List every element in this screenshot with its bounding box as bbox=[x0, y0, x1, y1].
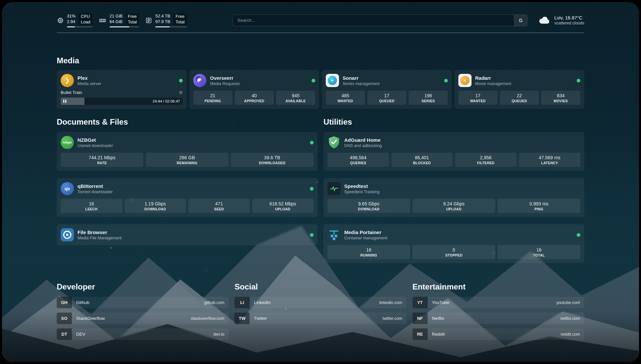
bookmark-dev[interactable]: DT DEV dev.to bbox=[57, 328, 229, 340]
status-dot bbox=[310, 187, 314, 191]
bookmark-abbr: TW bbox=[234, 313, 250, 324]
bookmark-name: YouTube bbox=[432, 300, 449, 305]
stat-blocked: 86,401 BLOCKED bbox=[391, 153, 453, 167]
service-description: Container management bbox=[344, 236, 387, 240]
cpu-load-value: 2.94 bbox=[67, 19, 76, 24]
bookmark-abbr: LI bbox=[234, 297, 250, 308]
bookmark-twitter[interactable]: TW Twitter twitter.com bbox=[234, 313, 406, 324]
service-card-overseerr[interactable]: Overseerr Media Requests 21 PENDING 40 A… bbox=[189, 70, 319, 109]
section-title-developer: Developer bbox=[57, 282, 229, 291]
section-title-utilities: Utilities bbox=[323, 117, 584, 127]
adguard-icon bbox=[327, 136, 341, 149]
bookmark-linkedin[interactable]: LI LinkedIn linkedin.com bbox=[234, 297, 406, 308]
dashboard-screen: 31% 2.94 CPU Load bbox=[2, 2, 639, 362]
bookmark-url: stackoverflow.com bbox=[191, 316, 224, 321]
bookmark-url: linkedin.com bbox=[379, 300, 402, 305]
top-bar: 31% 2.94 CPU Load bbox=[57, 2, 584, 27]
stat-upload: 618.52 Mbps UPLOAD bbox=[252, 199, 314, 213]
bookmark-name: Reddit bbox=[432, 332, 445, 337]
portainer-icon bbox=[327, 228, 341, 241]
bookmark-abbr: DT bbox=[57, 328, 72, 340]
stat-latency: 47.569 ms LATENCY bbox=[519, 153, 581, 167]
service-card-nzbget[interactable]: nzbget NZBGet Usenet downloader 744.21 M… bbox=[57, 132, 318, 171]
memory-usage-bar bbox=[109, 26, 139, 27]
bookmark-url: netflix.com bbox=[560, 316, 580, 321]
stat-seed: 471 SEED bbox=[188, 199, 250, 213]
service-description: Torrent downloader bbox=[77, 190, 113, 194]
snow-particles bbox=[2, 2, 3, 3]
service-name: File Browser bbox=[77, 229, 122, 235]
service-name: AdGuard Home bbox=[344, 137, 382, 143]
qbittorrent-icon: qb bbox=[61, 182, 74, 195]
bookmark-url: github.com bbox=[204, 300, 224, 305]
bookmark-name: StackOverflow bbox=[76, 316, 105, 321]
bookmark-youtube[interactable]: YT YouTube youtube.com bbox=[412, 297, 584, 308]
search-input[interactable] bbox=[233, 15, 514, 26]
service-card-speedtest[interactable]: Speedtest Speedtest Tracking 9.65 Gbps D… bbox=[323, 178, 584, 217]
status-dot bbox=[312, 79, 315, 82]
stat-wanted: 17 WANTED bbox=[458, 91, 498, 105]
service-description: Usenet downloader bbox=[77, 143, 113, 148]
bookmark-name: Github bbox=[76, 300, 89, 305]
search-provider-button[interactable]: G bbox=[514, 15, 527, 26]
stat-series: 196 SERIES bbox=[409, 91, 448, 105]
memory-total-value: 64 GiB bbox=[109, 19, 123, 24]
cpu-percent: 31% bbox=[67, 13, 76, 19]
service-card-sonarr[interactable]: Sonarr Series management 485 WANTED 17 Q… bbox=[322, 70, 452, 109]
stat-available: 945 AVAILABLE bbox=[276, 91, 315, 105]
memory-free-label: Free bbox=[128, 14, 137, 19]
cpu-widget: 31% 2.94 CPU Load bbox=[57, 13, 93, 27]
playback-progress-bar[interactable]: 24:44 / 02:06:47 bbox=[61, 98, 183, 105]
stat-movies: 834 MOVIES bbox=[541, 91, 580, 105]
utilities-column: Utilities bbox=[323, 117, 584, 263]
service-name: Media Portainer bbox=[344, 229, 387, 235]
disk-icon bbox=[145, 17, 152, 24]
service-description: Media server bbox=[77, 81, 101, 86]
weather-widget: Lviv, 16.87°C scattered clouds bbox=[538, 15, 584, 26]
bookmark-abbr: SO bbox=[57, 313, 72, 324]
service-card-filebrowser[interactable]: File Browser Media File Management bbox=[57, 224, 318, 245]
header-divider bbox=[57, 33, 584, 33]
stat-approved: 40 APPROVED bbox=[235, 91, 274, 105]
service-card-plex[interactable]: Plex Media server Bullet Train 24:44 / 0… bbox=[57, 70, 187, 109]
stat-stopped: 0 STOPPED bbox=[412, 245, 495, 259]
bookmark-abbr: GH bbox=[57, 297, 72, 308]
service-name: Sonarr bbox=[343, 75, 380, 81]
service-card-qbittorrent[interactable]: qb qBittorrent Torrent downloader 16 bbox=[57, 178, 318, 217]
plex-icon bbox=[61, 74, 74, 87]
stat-download: 1.19 Gbps DOWNLOAD bbox=[125, 199, 186, 213]
weather-condition: scattered clouds bbox=[554, 21, 584, 25]
bookmark-url: youtube.com bbox=[556, 300, 580, 305]
service-card-radarr[interactable]: Radarr Movie management 17 WANTED 22 QUE… bbox=[454, 70, 584, 109]
bookmark-url: reddit.com bbox=[561, 332, 580, 337]
disk-free-value: 52.4 TB bbox=[155, 13, 170, 19]
pause-icon[interactable] bbox=[63, 100, 66, 103]
section-title-entertainment: Entertainment bbox=[412, 282, 584, 291]
stat-ping: 0.993 ms PING bbox=[498, 199, 580, 213]
bookmark-reddit[interactable]: RE Reddit reddit.com bbox=[412, 328, 584, 340]
service-description: DNS and adblocking bbox=[344, 143, 382, 148]
service-card-portainer[interactable]: Media Portainer Container management 16 … bbox=[323, 224, 584, 263]
stat-remaining: 266 GB REMAINING bbox=[146, 153, 229, 167]
service-description: Series management bbox=[343, 81, 380, 86]
gear-icon[interactable] bbox=[179, 90, 183, 95]
service-description: Media File Management bbox=[77, 236, 122, 240]
memory-icon bbox=[99, 17, 107, 24]
cpu-usage-bar bbox=[67, 26, 93, 27]
service-description: Media Requests bbox=[210, 81, 240, 86]
bookmark-github[interactable]: GH Github github.com bbox=[57, 297, 229, 308]
bookmark-stackoverflow[interactable]: SO StackOverflow stackoverflow.com bbox=[57, 313, 229, 324]
stat-queued: 17 QUEUED bbox=[367, 91, 407, 105]
service-card-adguard[interactable]: AdGuard Home DNS and adblocking 498,564 … bbox=[323, 132, 584, 171]
search-bar: G bbox=[232, 15, 528, 26]
disk-free-label: Free bbox=[175, 14, 184, 19]
service-name: Plex bbox=[77, 75, 101, 81]
weather-location: Lviv, 16.87°C bbox=[554, 15, 584, 20]
bookmark-abbr: NF bbox=[412, 313, 428, 324]
stat-pending: 21 PENDING bbox=[193, 91, 232, 105]
bookmark-name: DEV bbox=[76, 332, 85, 337]
section-title-media: Media bbox=[57, 56, 584, 65]
service-name: NZBGet bbox=[77, 137, 113, 143]
bookmark-netflix[interactable]: NF Netflix netflix.com bbox=[412, 313, 584, 324]
stat-download: 9.65 Gbps DOWNLOAD bbox=[327, 199, 410, 213]
